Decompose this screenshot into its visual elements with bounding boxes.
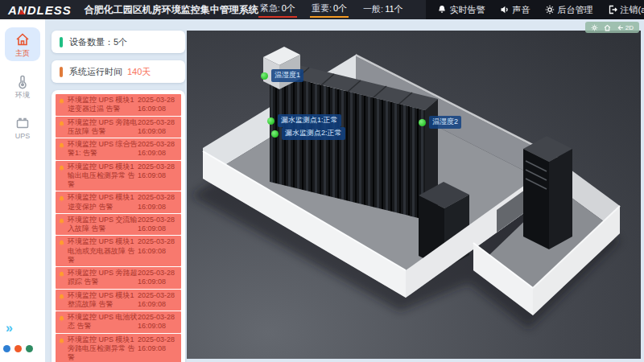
alarm-date: 2025-03-28 (138, 269, 179, 278)
alarm-date: 2025-03-28 (138, 335, 179, 344)
alarm-timestamp: 2025-03-28 16:09:08 (138, 237, 179, 256)
sidebar-item-label: 环境 (15, 90, 30, 101)
alarm-row[interactable]: 环境监控 UPS 模块1输出电压检测异常 告警 2025-03-28 16:09… (56, 161, 181, 191)
gear-icon (591, 24, 598, 31)
alarm-clock: 16:09:08 (138, 322, 179, 331)
alarm-row[interactable]: 环境监控 UPS 交流输入故障 告警 2025-03-28 16:09:08 (56, 214, 181, 236)
device-count-value: 5个 (114, 36, 127, 48)
logout-icon (608, 5, 617, 14)
alarm-row[interactable]: 环境监控 UPS 模块1逆变器过温 告警 2025-03-28 16:09:08 (56, 94, 181, 116)
header-button-panel: 实时告警 声音 后台管理 注销(admin) (426, 0, 644, 19)
alarm-date: 2025-03-28 (138, 193, 179, 202)
alarm-date: 2025-03-28 (138, 237, 179, 246)
sensor-label-text: 漏水监测点1:正常 (278, 114, 341, 127)
alarm-bell-icon (58, 271, 65, 278)
sidebar-item-ups[interactable]: UPS (5, 111, 40, 142)
scene-settings-button[interactable] (591, 24, 598, 31)
sidebar-item-label: UPS (15, 132, 31, 140)
alarm-bell-icon (58, 218, 65, 225)
alarm-message: 环境监控 UPS 模块1旁路电压检测异常 告警 (68, 335, 138, 362)
status-ok-dot-icon (267, 117, 275, 125)
realtime-alarm-button[interactable]: 实时告警 (437, 4, 485, 16)
home-icon (604, 24, 611, 31)
uptime-card: 系统运行时间 140天 (52, 60, 185, 83)
admin-button[interactable]: 后台管理 (545, 4, 593, 16)
sensor-label[interactable]: 漏水监测点1:正常 (267, 114, 341, 127)
app-logo: ANDLESS (8, 3, 72, 17)
alarm-timestamp: 2025-03-28 16:09:08 (138, 193, 179, 212)
thermometer-icon (14, 73, 31, 89)
sidebar-item-environment[interactable]: 环境 (5, 69, 40, 103)
alarm-clock: 16:09:08 (138, 127, 179, 136)
alarm-clock: 16:09:08 (138, 171, 179, 180)
alarm-bell-icon (58, 142, 65, 150)
alarm-row[interactable]: 环境监控 UPS 旁路超跟踪 告警 2025-03-28 16:09:08 (56, 267, 181, 289)
uptime-label: 系统运行时间 (69, 66, 122, 78)
green-dot-indicator[interactable] (26, 345, 33, 352)
alarm-row[interactable]: 环境监控 UPS 模块1旁路电压检测异常 告警 2025-03-28 16:09… (56, 334, 181, 362)
stat-emergency: 紧急:0个 (258, 2, 297, 18)
sensor-label[interactable]: 温湿度2 (419, 116, 461, 129)
stat-normal: 一般:11个 (361, 2, 404, 17)
alarm-bell-icon (58, 165, 65, 172)
alarm-message: 环境监控 UPS 模块1电池或充电器故障 告警 (68, 237, 138, 265)
alarm-message: 环境监控 UPS 旁路电压故障 告警 (68, 118, 138, 137)
battery-icon (14, 115, 31, 131)
alarm-row[interactable]: 环境监控 UPS 旁路电压故障 告警 2025-03-28 16:09:08 (56, 117, 181, 138)
blue-dot-indicator[interactable] (3, 345, 10, 352)
device-count-card: 设备数量： 5个 (52, 31, 185, 53)
sidebar-item-label: 主页 (15, 48, 30, 59)
alarm-message: 环境监控 UPS 模块1逆变保护 告警 (68, 193, 138, 212)
scene-2d-label: 2D (625, 24, 634, 31)
alarm-message: 环境监控 UPS 模块1整流故障 告警 (68, 291, 138, 310)
alarm-message: 环境监控 UPS 交流输入故障 告警 (68, 216, 138, 234)
alarm-message: 环境监控 UPS 模块1输出电压检测异常 告警 (68, 162, 138, 190)
alarm-row[interactable]: 环境监控 UPS 模块1电池或充电器故障 告警 2025-03-28 16:09… (56, 236, 181, 266)
scene-2d-button[interactable]: 2D (617, 24, 634, 31)
orange-bar-icon (60, 67, 63, 77)
room-3d-view[interactable]: 温湿度1 漏水监测点1:正常 漏水监测点2:正常 温湿度2 (187, 31, 641, 359)
alarm-bell-icon (58, 315, 65, 323)
sidebar-item-home[interactable]: 主页 (5, 27, 40, 61)
sensor-label-text: 温湿度2 (429, 116, 461, 129)
top-bar: ANDLESS 合肥化工园区机房环境监控集中管理系统 紧急:0个 重要:0个 一… (0, 0, 644, 19)
scene-toolbar: 2D (585, 22, 639, 33)
sidebar-status-dots (3, 345, 33, 352)
home-icon (14, 31, 31, 47)
alarm-row[interactable]: 环境监控 UPS 综合告警1: 告警 2025-03-28 16:09:08 (56, 138, 181, 160)
logout-button[interactable]: 注销(admin) (608, 4, 644, 16)
uptime-value: 140天 (127, 66, 151, 78)
alarm-row[interactable]: 环境监控 UPS 电池状态 告警 2025-03-28 16:09:08 (56, 311, 181, 333)
alarm-date: 2025-03-28 (138, 291, 179, 300)
orange-dot-indicator[interactable] (14, 345, 22, 352)
alarm-bell-icon (58, 294, 65, 301)
alarm-clock: 16:09:08 (138, 300, 179, 309)
sensor-label[interactable]: 温湿度1 (261, 69, 303, 82)
sensor-labels-layer: 温湿度1 漏水监测点1:正常 漏水监测点2:正常 温湿度2 (187, 31, 641, 359)
alarm-timestamp: 2025-03-28 16:09:08 (138, 118, 179, 137)
speaker-icon (500, 5, 510, 14)
alarm-date: 2025-03-28 (138, 96, 179, 105)
sidebar-expand-button[interactable]: » (6, 322, 11, 335)
alarm-row[interactable]: 环境监控 UPS 模块1逆变保护 告警 2025-03-28 16:09:08 (56, 191, 181, 213)
topbar-right: 紧急:0个 重要:0个 一般:11个 实时告警 声音 后台管理 注销(admin… (258, 0, 644, 19)
left-panel: 设备数量： 5个 系统运行时间 140天 环境监控 UPS 模块1逆变器过温 告… (52, 31, 185, 362)
alarm-date: 2025-03-28 (138, 162, 179, 171)
sensor-label[interactable]: 漏水监测点2:正常 (271, 127, 345, 140)
scene-home-button[interactable] (604, 24, 611, 31)
alarm-timestamp: 2025-03-28 16:09:08 (138, 269, 179, 287)
alarm-clock: 16:09:08 (138, 278, 179, 286)
alarm-timestamp: 2025-03-28 16:09:08 (138, 216, 179, 234)
sound-button[interactable]: 声音 (500, 4, 530, 16)
alarm-bell-icon (58, 240, 65, 247)
alarm-clock: 16:09:08 (138, 203, 179, 212)
alarm-row[interactable]: 环境监控 UPS 模块1整流故障 告警 2025-03-28 16:09:08 (56, 290, 181, 311)
alarm-timestamp: 2025-03-28 16:09:08 (138, 291, 179, 310)
sensor-label-text: 温湿度1 (271, 69, 303, 82)
gear-icon (545, 5, 555, 14)
alarm-date: 2025-03-28 (138, 140, 179, 149)
alarm-timestamp: 2025-03-28 16:09:08 (138, 162, 179, 181)
logo-accent (19, 10, 25, 14)
green-bar-icon (60, 37, 63, 47)
alarm-bell-icon (58, 338, 65, 345)
